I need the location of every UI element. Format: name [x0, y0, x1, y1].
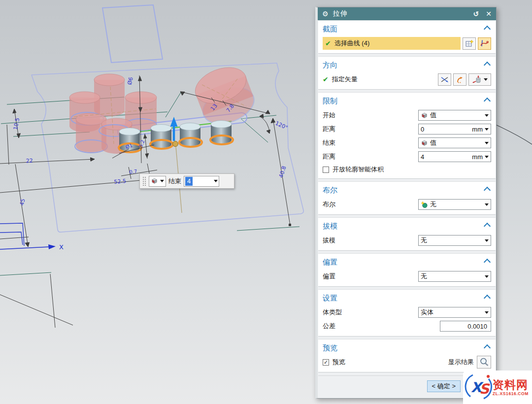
caret-down-icon[interactable]	[214, 180, 218, 182]
caret-down-icon[interactable]	[485, 156, 489, 158]
drag-sphere-handle	[173, 141, 178, 147]
gray-cylinder	[210, 121, 233, 145]
watermark-logo-icon: X S	[464, 372, 495, 403]
cylinder-normal-icon	[472, 75, 483, 84]
section-group-header[interactable]: 截面	[323, 22, 491, 36]
chevron-up-icon[interactable]	[484, 62, 491, 68]
boolean-combo[interactable]: 无	[418, 199, 491, 210]
check-icon: ✔	[323, 75, 329, 83]
chevron-up-icon[interactable]	[484, 223, 491, 230]
settings-group-header[interactable]: 设置	[323, 291, 491, 305]
sketch-section-button[interactable]	[463, 37, 476, 50]
show-result-button[interactable]	[477, 356, 491, 369]
nx-cad-screen: { "dialog": { "title": "拉伸", "icons": {"…	[0, 0, 532, 404]
dimension-text: 10.5	[12, 117, 21, 130]
site-watermark: X S 资料网 ZL.XS1616.COM	[463, 370, 532, 404]
close-button[interactable]: ✕	[486, 10, 492, 17]
reset-button[interactable]: ↺	[473, 10, 479, 17]
end-label: 结束	[168, 177, 181, 186]
caret-down-icon[interactable]	[484, 78, 488, 81]
sketch-rectangle[interactable]	[102, 5, 163, 63]
dialog-body: 截面 ✔ 选择曲线 (4)	[318, 20, 496, 398]
direction-group: 方向 ✔ 指定矢量	[318, 56, 496, 90]
start-option-combo[interactable]: 值	[418, 110, 491, 121]
start-distance-row: 距离 0 mm	[323, 122, 491, 136]
end-distance-input[interactable]: 4	[184, 176, 219, 187]
body-type-row: 体类型 实体	[323, 305, 491, 319]
end-distance-row: 距离 4 mm	[323, 150, 491, 164]
two-point-vector-button[interactable]	[438, 73, 451, 86]
select-curve-field[interactable]: ✔ 选择曲线 (4)	[323, 37, 461, 50]
chevron-up-icon[interactable]	[484, 187, 491, 194]
curve-icon	[480, 39, 489, 47]
draft-header-label: 拔模	[323, 222, 337, 231]
tolerance-input[interactable]: 0.0010	[440, 321, 491, 332]
start-row: 开始 值	[323, 108, 491, 122]
face-normal-vector-button[interactable]	[468, 73, 491, 86]
drag-handle[interactable]	[142, 176, 146, 186]
curve-select-button[interactable]	[478, 37, 491, 50]
magnifier-icon	[479, 357, 489, 367]
tolerance-value: 0.0010	[467, 323, 487, 330]
end-limit-option-combo[interactable]	[149, 176, 166, 187]
chevron-up-icon[interactable]	[484, 26, 491, 33]
limits-group: 限制 开始 值 距离 0	[318, 92, 496, 179]
check-icon: ✔	[325, 39, 331, 47]
boolean-none-icon	[421, 201, 428, 208]
limits-group-header[interactable]: 限制	[323, 94, 491, 108]
open-profile-checkbox[interactable]	[323, 167, 329, 173]
preview-checkbox[interactable]: ✓	[323, 359, 329, 366]
boolean-group-header[interactable]: 布尔	[323, 183, 491, 198]
sketch-profile-lines[interactable]	[0, 223, 24, 246]
value-cube-icon	[151, 177, 158, 185]
offset-row: 偏置 无	[323, 269, 491, 283]
dimension-text: 0.7	[129, 168, 137, 175]
end-option-combo[interactable]: 值	[418, 137, 491, 148]
chevron-up-icon[interactable]	[484, 344, 491, 351]
dimension-text: 40.8	[278, 165, 288, 178]
direction-group-header[interactable]: 方向	[323, 58, 491, 72]
chevron-up-icon[interactable]	[484, 295, 491, 302]
offset-label: 偏置	[323, 272, 335, 281]
inferred-vector-button[interactable]	[453, 73, 466, 86]
offset-combo[interactable]: 无	[418, 271, 491, 282]
specify-vector-label: 指定矢量	[332, 75, 358, 84]
dimension-text: 52.5	[114, 178, 127, 185]
caret-down-icon	[485, 239, 489, 242]
body-type-combo[interactable]: 实体	[418, 307, 491, 318]
section-header-label: 截面	[323, 25, 337, 34]
draft-group-header[interactable]: 拔模	[323, 219, 491, 234]
caret-down-icon	[485, 203, 489, 206]
end-distance-label: 距离	[323, 152, 335, 161]
end-distance-input[interactable]: 4 mm	[418, 151, 491, 162]
chevron-up-icon[interactable]	[484, 98, 491, 104]
caret-down-icon	[160, 180, 164, 182]
settings-group: 设置 体类型 实体 公差 0.0010	[318, 289, 496, 337]
boolean-value: 无	[430, 200, 436, 209]
x-axis[interactable]: X	[0, 243, 64, 251]
start-distance-input[interactable]: 0 mm	[418, 124, 491, 135]
caret-down-icon	[485, 114, 489, 117]
select-curve-row: ✔ 选择曲线 (4)	[323, 36, 491, 50]
boolean-row: 布尔 无	[323, 198, 491, 211]
ok-button[interactable]: < 确定 >	[427, 380, 461, 392]
section-group: 截面 ✔ 选择曲线 (4)	[318, 20, 496, 54]
draft-value: 无	[421, 236, 427, 245]
caret-down-icon[interactable]	[485, 128, 489, 131]
dialog-titlebar[interactable]: ⚙ 拉伸 ↺ ✕	[318, 7, 496, 20]
boolean-label: 布尔	[323, 200, 335, 209]
preview-group-header[interactable]: 预览	[323, 340, 491, 355]
draft-group: 拔模 拔模 无	[318, 217, 496, 251]
preview-row: ✓ 预览 显示结果	[323, 355, 491, 369]
end-distance-unit: mm	[472, 153, 483, 161]
offset-group-header[interactable]: 偏置	[323, 255, 491, 269]
dimension-text: 120°	[274, 120, 289, 131]
body-type-value: 实体	[421, 308, 433, 317]
caret-down-icon	[485, 311, 489, 314]
dialog-title: 拉伸	[333, 9, 348, 18]
preview-label: 预览	[332, 358, 345, 367]
sketch-section-icon	[465, 39, 473, 47]
chevron-up-icon[interactable]	[484, 259, 491, 266]
draft-combo[interactable]: 无	[418, 235, 491, 246]
draft-row: 拔模 无	[323, 234, 491, 247]
